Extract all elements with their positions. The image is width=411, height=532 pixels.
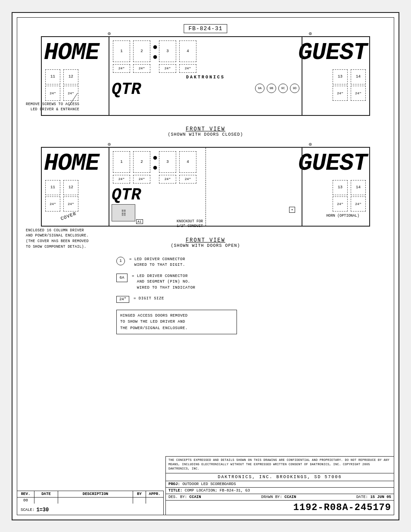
rev-data-appr xyxy=(146,498,163,504)
digit-11-b: 11 xyxy=(45,180,60,195)
digit-13-b: 13 xyxy=(333,180,348,195)
annotation-horn: HORN (OPTIONAL) xyxy=(326,214,359,218)
rev-header-desc: DESCRIPTION xyxy=(58,491,133,497)
digit-4-size: 24" xyxy=(179,64,196,73)
legend-symbol-1: 1 xyxy=(116,257,125,265)
digit-12: 12 xyxy=(63,69,78,84)
front-view-sublabel-top: (SHOWN WITH DOORS CLOSED) xyxy=(17,132,394,137)
credits-row: DES. BY: CCAIN DRAWN BY: CCAIN DATE: 15 … xyxy=(166,494,394,501)
digit-1: 1 xyxy=(113,40,130,62)
legend-item-3: 24" = DIGIT SIZE xyxy=(116,296,372,303)
front-view-sublabel-bottom: (SHOWN WITH DOORS OPEN) xyxy=(17,243,394,248)
horn-indicator: · xyxy=(289,207,295,213)
doc-number-row: 1192-R08A-245179 xyxy=(166,501,394,515)
colon-bottom: ●● xyxy=(153,153,158,173)
digit-3-b-size: 24" xyxy=(159,175,176,184)
project-row: PROJ: OUTDOOR LED SCOREBOARDS xyxy=(166,481,394,488)
rev-header-by: BY xyxy=(133,491,146,497)
digit-14-b: 14 xyxy=(351,180,366,195)
info-box: HINGED ACCESS DOORS REMOVED TO SHOW THE … xyxy=(116,310,237,334)
center-section-bottom: 1 2 ●● 3 4 24" 24" 24" 24" QTR ⣿⣿⣿⣿ xyxy=(109,148,302,226)
rev-header-date: DATE xyxy=(34,491,58,497)
scale-value: 1=30 xyxy=(36,507,49,513)
scoreboard-bottom-view: ⊙ ⊙ HOME GUEST 11 12 24" 24" 1 2 xyxy=(41,145,370,235)
indicator-9b: 9B xyxy=(267,84,276,93)
digit-13: 13 xyxy=(333,69,348,84)
digit-2-b-size: 24" xyxy=(133,175,150,184)
digit-4: 4 xyxy=(179,40,196,62)
drawing-number: FB-824-31 xyxy=(184,24,227,33)
front-view-label-bottom: FRONT VIEW xyxy=(17,237,394,243)
guest-label-bottom: GUEST xyxy=(298,150,367,177)
legend-text-1: = LED DRIVER CONNECTOR WIRED TO THAT DIG… xyxy=(129,257,185,268)
scoreboard-top-view: ⊙ ⊙ HOME GUEST 11 12 24" 24" xyxy=(41,34,370,124)
home-label-top: HOME xyxy=(44,39,99,66)
legend-symbol-3: 24" xyxy=(116,296,129,303)
digit-2-size: 24" xyxy=(133,64,150,73)
component-board: ⣿⣿⣿⣿ xyxy=(112,204,135,221)
digit-12-size: 24" xyxy=(63,86,78,101)
home-label-bottom: HOME xyxy=(44,150,99,177)
daktronics-label: DAKTRONICS xyxy=(109,75,302,80)
legend-text-3: = DIGIT SIZE xyxy=(134,296,164,302)
digit-3-size: 24" xyxy=(159,64,176,73)
digit-14: 14 xyxy=(351,69,366,84)
door-seam-center xyxy=(206,148,206,226)
title-block: THE CONCEPTS EXPRESSED AND DETAILS SHOWN… xyxy=(165,456,394,514)
legend-section: 1 = LED DRIVER CONNECTOR WIRED TO THAT D… xyxy=(116,257,372,335)
digit-12-b: 12 xyxy=(63,180,78,195)
a1-label: A1 xyxy=(136,220,143,224)
qtr-label-top: QTR xyxy=(112,80,141,99)
rev-data-by xyxy=(133,498,146,504)
digit-1-size: 24" xyxy=(113,64,130,73)
scoreboard-frame-bottom: HOME GUEST 11 12 24" 24" 1 2 ●● 3 4 xyxy=(41,147,370,227)
rev-header-appr: APPR. xyxy=(146,491,163,497)
digit-13-b-size: 24" xyxy=(333,196,348,212)
legend-symbol-2: 6A xyxy=(116,274,128,282)
digit-3: 3 xyxy=(159,40,176,62)
revision-block: REV. DATE DESCRIPTION BY APPR. 00 SCALE:… xyxy=(17,491,164,515)
guest-label-top: GUEST xyxy=(298,39,367,66)
colon-top: ●● xyxy=(153,42,158,62)
rev-data-rev: 00 xyxy=(17,498,34,504)
qtr-label-bottom: QTR xyxy=(112,186,141,204)
rev-data-date xyxy=(34,498,58,504)
digit-1-b: 1 xyxy=(113,151,130,173)
digit-2: 2 xyxy=(133,40,150,62)
revision-header: REV. DATE DESCRIPTION BY APPR. xyxy=(17,491,163,498)
digit-4-b-size: 24" xyxy=(179,175,196,184)
company-name: DAKTRONICS, INC. BROOKINGS, SD 57006 xyxy=(166,473,394,481)
digit-2-b: 2 xyxy=(133,151,150,173)
digit-11: 11 xyxy=(45,69,60,84)
front-view-title-bottom: FRONT VIEW (SHOWN WITH DOORS OPEN) xyxy=(17,237,394,248)
drawing-border: FB-824-31 ⊙ ⊙ HOME GUEST 11 12 24" xyxy=(17,17,394,515)
indicator-9d: 9D xyxy=(290,84,299,93)
doc-number: 1192-R08A-245179 xyxy=(293,502,391,513)
center-section-top: 1 2 ●● 3 4 24" 24" 24" xyxy=(109,37,302,115)
annotation-knockout: KNOCKOUT FOR1/2" CONDUIT xyxy=(177,219,203,230)
digit-14-size: 24" xyxy=(351,86,366,101)
digit-3-b: 3 xyxy=(159,151,176,173)
annotation-screws: REMOVE SCREWS TO ACCESS LED DRIVER & ENT… xyxy=(26,102,79,113)
digit-1-b-size: 24" xyxy=(113,175,130,184)
digit-13-size: 24" xyxy=(333,86,348,101)
digit-12-b-size: 24" xyxy=(63,196,78,212)
front-view-label-top: FRONT VIEW xyxy=(17,126,394,132)
indicator-9a: 9A xyxy=(255,84,265,93)
digit-11-b-size: 24" xyxy=(45,196,60,212)
revision-data-row: 00 xyxy=(17,498,163,504)
legend-item-2: 6A = LED DRIVER CONNECTOR AND SEGMENT (P… xyxy=(116,274,372,291)
indicator-9c: 9C xyxy=(278,84,288,93)
scale-row: SCALE: 1=30 xyxy=(17,505,163,515)
indicator-group-top: 9A 9B 9C 9D xyxy=(255,84,299,93)
digit-14-b-size: 24" xyxy=(351,196,366,212)
rev-data-desc xyxy=(58,498,133,504)
legend-text-2: = LED DRIVER CONNECTOR AND SEGMENT (PIN)… xyxy=(132,274,196,291)
rev-header-rev: REV. xyxy=(17,491,34,497)
digit-11-size: 24" xyxy=(45,86,60,101)
confidentiality-text: THE CONCEPTS EXPRESSED AND DETAILS SHOWN… xyxy=(166,457,394,473)
scoreboard-frame-top: HOME GUEST 11 12 24" 24" 1 xyxy=(41,36,370,116)
legend-item-1: 1 = LED DRIVER CONNECTOR WIRED TO THAT D… xyxy=(116,257,372,268)
digit-4-b: 4 xyxy=(179,151,196,173)
title-row: TITLE: COMP LOCATION; FB-824-31, G3 xyxy=(166,488,394,494)
